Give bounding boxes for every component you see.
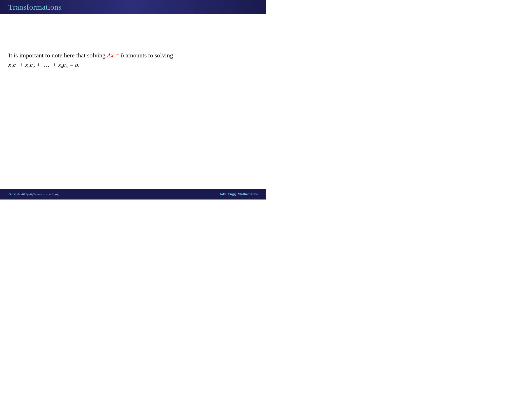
footer-course: Adv. Engg. Mathematics bbox=[220, 192, 258, 196]
main-content: It is important to note here that solvin… bbox=[0, 14, 266, 189]
body-text-middle: amounts to solving bbox=[124, 52, 173, 59]
slide-title: Transformations bbox=[8, 3, 62, 11]
math-equation-line2: x1c1 + x2c2 + … + xncn = b. bbox=[8, 61, 80, 68]
math-ax-eq-b: Ax = b bbox=[107, 52, 124, 59]
footer-bar: Dr. Yasir Ali (yali@ceme.nust.edu.pk) Ad… bbox=[0, 189, 266, 200]
body-paragraph: It is important to note here that solvin… bbox=[8, 51, 258, 70]
body-text-prefix: It is important to note here that solvin… bbox=[8, 52, 107, 59]
header-bar: Transformations bbox=[0, 0, 266, 14]
footer-author: Dr. Yasir Ali (yali@ceme.nust.edu.pk) bbox=[8, 192, 59, 196]
